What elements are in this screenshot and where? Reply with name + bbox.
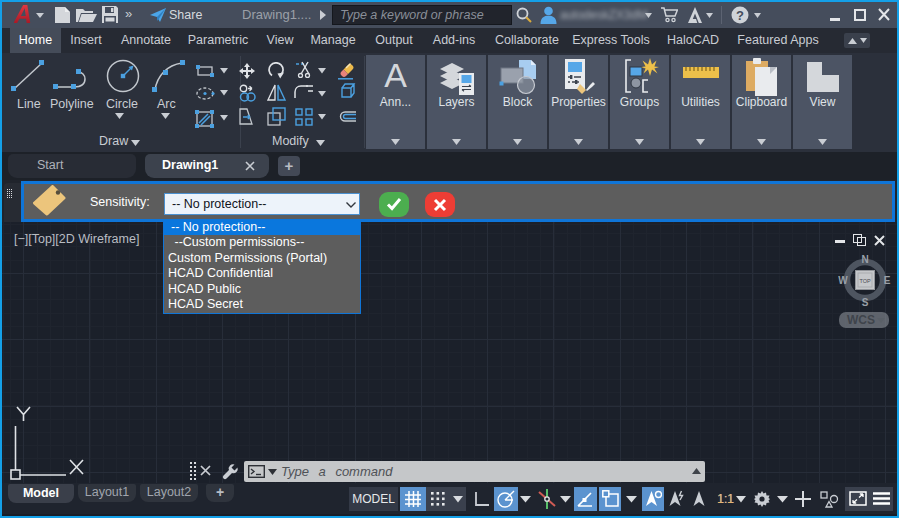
svg-text:W: W [838, 275, 848, 286]
svg-text:E: E [884, 275, 891, 286]
svg-text:TOP: TOP [859, 278, 871, 284]
svg-text:?: ? [736, 8, 744, 23]
svg-text:S: S [862, 297, 869, 307]
svg-text:N: N [861, 254, 868, 265]
